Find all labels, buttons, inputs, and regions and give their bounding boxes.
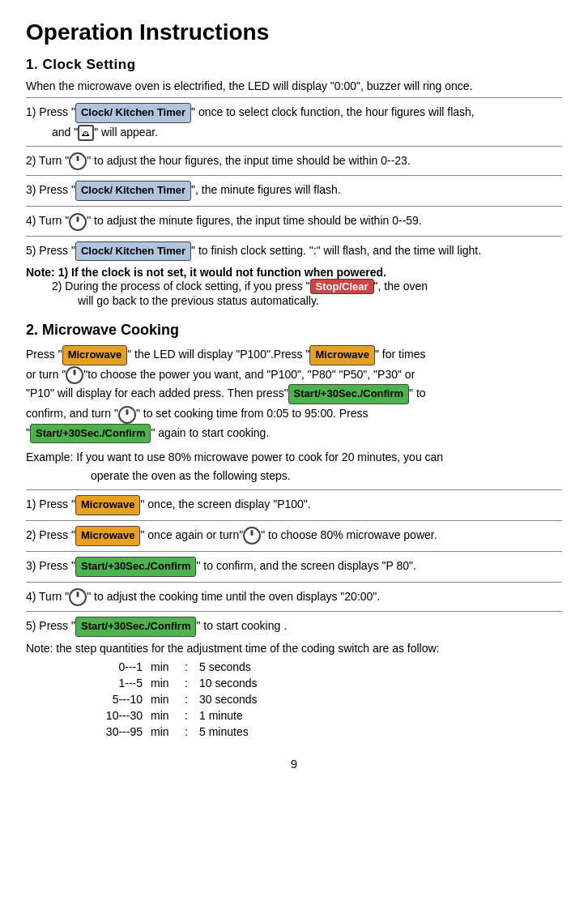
- clock-step1-and: and ": [52, 126, 78, 139]
- microwave-intro-a: Press ": [26, 348, 62, 361]
- time-unit: min: [151, 692, 180, 707]
- time-range: 5---10: [92, 692, 149, 707]
- time-sep: :: [181, 676, 198, 690]
- clock-step5: 5) Press "Clock/ Kitchen Timer" to finis…: [26, 241, 562, 262]
- time-table-row: 0---1 min : 5 seconds: [92, 660, 264, 674]
- clock-step1-label: 1) Press ": [26, 105, 75, 118]
- clock-kitchen-timer-btn-3[interactable]: Clock/ Kitchen Timer: [75, 241, 191, 262]
- time-sep: :: [181, 692, 198, 707]
- clock-step4: 4) Turn "" to adjust the minute figures,…: [26, 211, 562, 230]
- mw-step3-label: 3) Press ": [26, 559, 75, 572]
- microwave-example: Example: If you want to use 80% microwav…: [26, 448, 562, 485]
- divider-4: [26, 206, 562, 207]
- divider-6: [26, 489, 562, 490]
- microwave-btn-1[interactable]: Microwave: [62, 345, 127, 365]
- microwave-step3: 3) Press "Start/+30Sec./Confirm" to conf…: [26, 557, 562, 577]
- clock-step5-label: 5) Press ": [26, 244, 75, 257]
- start-confirm-btn-4[interactable]: Start/+30Sec./Confirm: [75, 617, 196, 637]
- clock-step1-indent: and "🕰" will appear.: [52, 126, 158, 139]
- clock-note: Note: 1) If the clock is not set, it wou…: [26, 266, 562, 307]
- time-value: 30 seconds: [199, 692, 264, 707]
- example-text: Example: If you want to use 80% microwav…: [26, 451, 443, 463]
- clock-step3: 3) Press "Clock/ Kitchen Timer", the min…: [26, 181, 562, 201]
- microwave-step4: 4) Turn "" to adjust the cooking time un…: [26, 587, 562, 606]
- mw-step5-after: " to start cooking .: [196, 619, 287, 632]
- mw-step5-label: 5) Press ": [26, 619, 75, 632]
- microwave-intro-d: or turn ": [26, 368, 66, 381]
- divider-5: [26, 236, 562, 237]
- clock-step4-label: 4) Turn ": [26, 214, 69, 227]
- clock-step2-label: 2) Turn ": [26, 154, 69, 167]
- clock-note2-c: will go back to the previous status auto…: [78, 294, 319, 307]
- mw-step2-label: 2) Press ": [26, 528, 75, 541]
- mw-note-intro: Note: the step quantities for the adjust…: [26, 642, 562, 655]
- clock-kitchen-timer-btn-1[interactable]: Clock/ Kitchen Timer: [75, 103, 191, 123]
- time-unit: min: [151, 708, 180, 723]
- clock-step3-label: 3) Press ": [26, 183, 75, 196]
- clock-icon: 🕰: [78, 125, 94, 141]
- knob-icon-4: [118, 406, 136, 424]
- start-confirm-btn-2[interactable]: Start/+30Sec./Confirm: [30, 424, 151, 444]
- knob-icon-5: [243, 527, 261, 545]
- page-title: Operation Instructions: [26, 19, 562, 45]
- clock-step3-after: ", the minute figures will flash.: [191, 183, 341, 196]
- microwave-step5: 5) Press "Start/+30Sec./Confirm" to star…: [26, 617, 562, 637]
- clock-step2: 2) Turn "" to adjust the hour figures, t…: [26, 152, 562, 170]
- microwave-intro-c: " for times: [375, 348, 426, 361]
- clock-note2-a: 2) During the process of clock setting, …: [52, 280, 310, 293]
- time-sep: :: [181, 660, 198, 674]
- clock-note2-b: ", the oven: [374, 280, 428, 293]
- mw-step2-after: " once again or turn": [140, 528, 243, 541]
- microwave-intro: Press "Microwave" the LED will display "…: [26, 345, 562, 443]
- microwave-intro-i: " to set cooking time from 0:05 to 95:00…: [136, 407, 369, 420]
- time-unit: min: [151, 724, 180, 739]
- divider-3: [26, 175, 562, 176]
- mw-step4-after: " to adjust the cooking time until the o…: [87, 590, 380, 603]
- microwave-step1: 1) Press "Microwave" once, the screen di…: [26, 495, 562, 515]
- knob-icon-6: [69, 588, 87, 606]
- clock-step1-after: " once to select clock function, the hou…: [191, 105, 475, 118]
- microwave-intro-h: confirm, and turn ": [26, 407, 118, 420]
- knob-icon-2: [69, 213, 87, 231]
- clock-note1: Note: 1) If the clock is not set, it wou…: [26, 266, 562, 279]
- time-range: 0---1: [92, 660, 149, 674]
- time-value: 5 seconds: [199, 660, 264, 674]
- divider-2: [26, 146, 562, 147]
- time-range: 30---95: [92, 724, 149, 739]
- time-table-row: 1---5 min : 10 seconds: [92, 676, 264, 690]
- time-value: 1 minute: [199, 708, 264, 723]
- mw-step1-after: " once, the screen display "P100".: [140, 498, 310, 510]
- mw-step4-label: 4) Turn ": [26, 590, 69, 603]
- page-number: 9: [26, 757, 562, 771]
- microwave-intro-e: "to choose the power you want, and "P100…: [83, 368, 415, 381]
- stop-clear-btn[interactable]: Stop/Clear: [310, 279, 374, 294]
- example-text2: operate the oven as the following steps.: [91, 467, 291, 485]
- start-confirm-btn-1[interactable]: Start/+30Sec./Confirm: [288, 384, 409, 404]
- mw-step2-after2: " to choose 80% microwave power.: [261, 528, 437, 541]
- microwave-btn-2[interactable]: Microwave: [309, 345, 374, 365]
- clock-step5-after: " to finish clock setting. ":" will flas…: [191, 244, 481, 257]
- mw-step3-after: " to confirm, and the screen displays "P…: [196, 559, 415, 572]
- time-table-row: 5---10 min : 30 seconds: [92, 692, 264, 707]
- microwave-step2: 2) Press "Microwave" once again or turn"…: [26, 526, 562, 546]
- microwave-btn-3[interactable]: Microwave: [75, 495, 140, 515]
- microwave-intro-b: " the LED will display "P100".Press ": [127, 348, 309, 361]
- time-unit: min: [151, 660, 180, 674]
- microwave-btn-4[interactable]: Microwave: [75, 526, 140, 546]
- clock-step4-after: " to adjust the minute figures, the inpu…: [87, 214, 422, 227]
- knob-icon-1: [69, 152, 87, 170]
- time-sep: :: [181, 724, 198, 739]
- clock-kitchen-timer-btn-2[interactable]: Clock/ Kitchen Timer: [75, 181, 191, 201]
- section2-heading: 2. Microwave Cooking: [26, 322, 562, 339]
- clock-intro: When the microwave oven is electrified, …: [26, 79, 562, 92]
- time-value: 10 seconds: [199, 676, 264, 690]
- clock-note2: 2) During the process of clock setting, …: [52, 279, 562, 307]
- start-confirm-btn-3[interactable]: Start/+30Sec./Confirm: [75, 557, 196, 577]
- divider-7: [26, 520, 562, 521]
- time-sep: :: [181, 708, 198, 723]
- microwave-intro-f: "P10" will display for each added press.…: [26, 387, 288, 399]
- divider-1: [26, 97, 562, 98]
- time-range: 1---5: [92, 676, 149, 690]
- divider-9: [26, 582, 562, 583]
- divider-8: [26, 551, 562, 552]
